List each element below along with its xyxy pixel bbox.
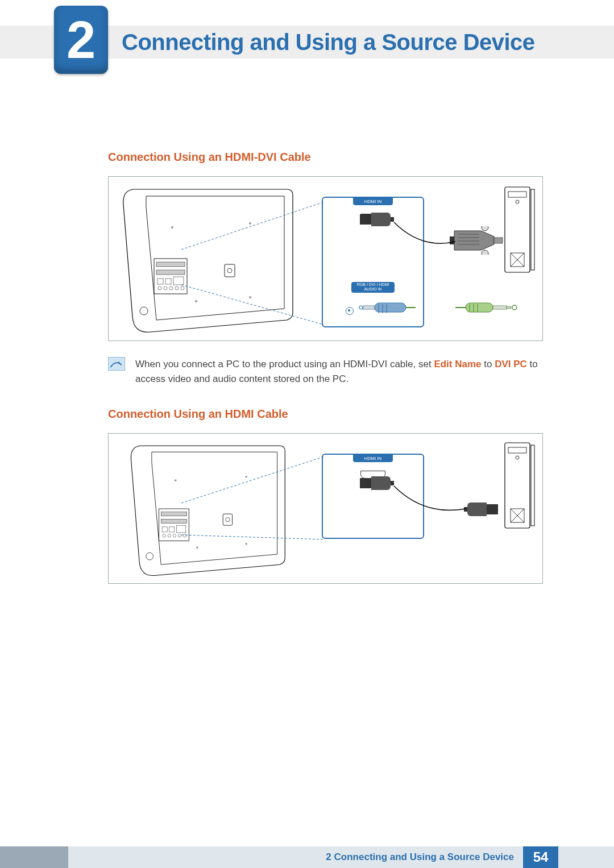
- pc-tower-icon: [503, 185, 537, 276]
- svg-point-64: [175, 479, 177, 481]
- note-icon: [108, 357, 125, 371]
- svg-point-40: [359, 306, 363, 309]
- page-footer: 2 Connecting and Using a Source Device 5…: [0, 846, 614, 868]
- monitor-rear-illustration-2: [117, 442, 298, 577]
- pc-tower-icon-2: [503, 441, 537, 531]
- port-label-rgb-dvi-audio: RGB / DVI / HDMI AUDIO IN: [351, 282, 395, 293]
- diagram-hdmi: HDMI IN: [108, 433, 543, 584]
- svg-point-66: [196, 546, 198, 549]
- footer-accent: [0, 846, 68, 868]
- svg-rect-76: [531, 445, 534, 526]
- chapter-number: 2: [67, 14, 96, 66]
- svg-point-15: [195, 300, 197, 302]
- svg-point-67: [245, 543, 247, 545]
- svg-rect-48: [507, 306, 511, 309]
- svg-rect-53: [161, 519, 186, 523]
- audio-plug-right-icon: [455, 302, 518, 313]
- hdmi-plug-left-icon: [359, 475, 394, 492]
- note-block: When you connect a PC to the product usi…: [108, 357, 554, 387]
- svg-point-14: [249, 222, 251, 225]
- footer-breadcrumb: 2 Connecting and Using a Source Device: [68, 846, 523, 868]
- audio-plug-left-icon: [359, 301, 416, 314]
- note-text: When you connect a PC to the product usi…: [135, 357, 554, 387]
- svg-rect-35: [375, 303, 406, 312]
- note-em-dvipc: DVI PC: [495, 359, 527, 369]
- svg-rect-1: [156, 262, 185, 267]
- svg-rect-31: [531, 189, 534, 270]
- note-em-editname: Edit Name: [434, 359, 481, 369]
- footer-end: [558, 846, 614, 868]
- svg-point-13: [171, 226, 173, 229]
- svg-rect-2: [156, 270, 185, 275]
- svg-rect-71: [360, 478, 371, 488]
- svg-rect-52: [161, 512, 186, 516]
- diagram-hdmi-dvi: HDMI IN RGB / DVI / HDMI AUDIO IN: [108, 176, 543, 341]
- section-heading-hdmi: Connection Using an HDMI Cable: [108, 408, 554, 421]
- svg-point-65: [245, 476, 247, 478]
- svg-rect-47: [493, 306, 507, 309]
- note-mid: to: [482, 359, 495, 369]
- chapter-badge: 2: [54, 6, 108, 74]
- section-heading-hdmi-dvi: Connection Using an HDMI-DVI Cable: [108, 151, 554, 164]
- monitor-rear-illustration: [117, 185, 298, 334]
- chapter-title: Connecting and Using a Source Device: [122, 30, 535, 55]
- svg-rect-39: [363, 306, 375, 309]
- hdmi-plug-icon: [359, 211, 394, 228]
- svg-point-16: [249, 296, 251, 298]
- svg-rect-20: [360, 214, 371, 225]
- note-prefix: When you connect a PC to the product usi…: [135, 359, 434, 369]
- svg-point-49: [512, 305, 517, 310]
- port-label-hdmi-in: HDMI IN: [353, 198, 393, 205]
- page-content: Connection Using an HDMI-DVI Cable: [108, 151, 554, 600]
- footer-page-number: 54: [523, 846, 558, 868]
- audio-jack-icon: [346, 307, 354, 315]
- chapter-header: 2 Connecting and Using a Source Device: [0, 26, 614, 59]
- port-label-hdmi-in-2: HDMI IN: [353, 455, 393, 462]
- svg-rect-73: [487, 504, 498, 514]
